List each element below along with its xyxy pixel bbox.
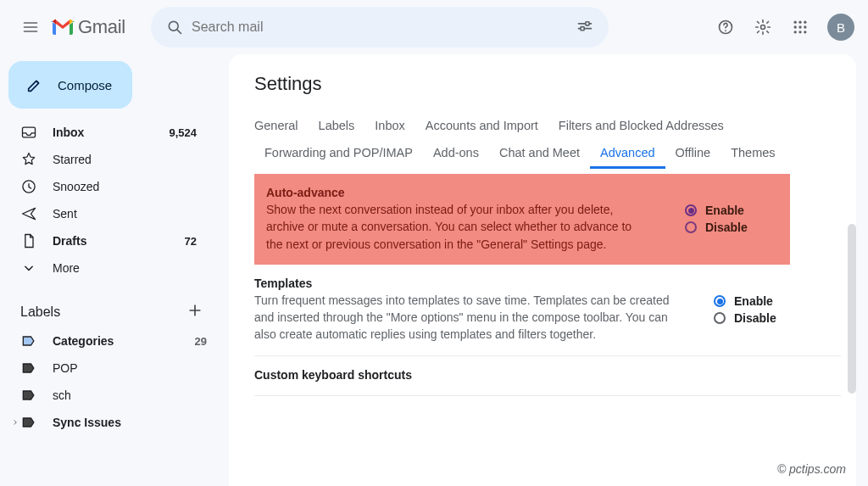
nav-label: Inbox xyxy=(53,126,169,139)
nav-count: 9,524 xyxy=(169,126,197,139)
label-icon xyxy=(20,387,37,404)
gmail-logo-text: Gmail xyxy=(78,16,125,38)
settings-tabs: GeneralLabelsInboxAccounts and ImportFil… xyxy=(254,112,841,169)
setting-text: Turn frequent messages into templates to… xyxy=(254,292,680,344)
pencil-icon xyxy=(25,75,44,94)
tab-add-ons[interactable]: Add-ons xyxy=(423,139,489,169)
disable-option[interactable]: Disable xyxy=(714,311,807,325)
nav-label: More xyxy=(53,261,197,275)
support-button[interactable] xyxy=(709,10,743,44)
radio-icon xyxy=(685,221,697,233)
labels-header: Labels xyxy=(0,297,217,327)
settings-panel: Settings GeneralLabelsInboxAccounts and … xyxy=(229,54,856,486)
more-icon xyxy=(20,260,37,277)
nav-item-drafts[interactable]: Drafts72 xyxy=(0,227,207,254)
nav-item-snoozed[interactable]: Snoozed xyxy=(0,173,207,200)
plus-icon xyxy=(186,302,203,319)
svg-point-6 xyxy=(794,21,797,24)
svg-rect-1 xyxy=(586,22,589,25)
tune-icon xyxy=(576,19,593,36)
radio-icon xyxy=(685,204,697,216)
label-count: 29 xyxy=(195,335,207,348)
svg-point-7 xyxy=(798,21,801,24)
search-button[interactable] xyxy=(158,10,192,44)
nav-list: Inbox9,524StarredSnoozedSentDrafts72More xyxy=(0,119,217,282)
tab-inbox[interactable]: Inbox xyxy=(364,112,415,139)
enable-label: Enable xyxy=(705,204,744,217)
label-item-sch[interactable]: sch xyxy=(0,382,217,409)
label-icon xyxy=(20,332,37,349)
gmail-logo-icon xyxy=(51,18,75,36)
disable-option[interactable]: Disable xyxy=(685,221,778,234)
expand-arrow[interactable] xyxy=(10,418,20,427)
svg-point-10 xyxy=(798,25,801,28)
nav-label: Snoozed xyxy=(53,180,197,193)
sent-icon xyxy=(20,205,37,222)
enable-label: Enable xyxy=(734,294,773,308)
label-item-sync-issues[interactable]: Sync Issues xyxy=(0,409,217,436)
tab-accounts-and-import[interactable]: Accounts and Import xyxy=(415,112,548,139)
tab-advanced[interactable]: Advanced xyxy=(590,139,665,169)
search-bar[interactable] xyxy=(151,7,609,47)
nav-item-starred[interactable]: Starred xyxy=(0,146,207,173)
compose-button[interactable]: Compose xyxy=(8,61,132,109)
radio-icon xyxy=(714,295,726,307)
compose-label: Compose xyxy=(58,78,112,92)
caret-right-icon xyxy=(11,418,19,427)
svg-point-8 xyxy=(804,21,806,24)
svg-point-14 xyxy=(804,31,806,33)
settings-button[interactable] xyxy=(746,10,780,44)
account-avatar[interactable]: B xyxy=(827,14,854,41)
tab-general[interactable]: General xyxy=(254,112,309,139)
tab-labels[interactable]: Labels xyxy=(309,112,365,139)
header: Gmail B xyxy=(0,0,868,54)
search-icon xyxy=(166,19,183,36)
gear-icon xyxy=(754,19,771,36)
svg-point-0 xyxy=(169,21,178,31)
disable-label: Disable xyxy=(705,221,748,234)
sidebar: Compose Inbox9,524StarredSnoozedSentDraf… xyxy=(0,54,217,486)
search-options-button[interactable] xyxy=(568,10,602,44)
inbox-icon xyxy=(20,124,37,141)
setting-description: TemplatesTurn frequent messages into tem… xyxy=(254,277,714,344)
tab-themes[interactable]: Themes xyxy=(721,139,785,169)
apps-button[interactable] xyxy=(783,10,817,44)
enable-option[interactable]: Enable xyxy=(685,204,778,217)
watermark: © pctips.com xyxy=(777,462,846,476)
setting-auto-advance: Auto-advanceShow the next conversation i… xyxy=(254,174,790,265)
label-item-pop[interactable]: POP xyxy=(0,355,217,382)
tab-filters-and-blocked-addresses[interactable]: Filters and Blocked Addresses xyxy=(548,112,734,139)
tab-offline[interactable]: Offline xyxy=(665,139,721,169)
labels-title: Labels xyxy=(20,304,60,320)
label-text: sch xyxy=(53,388,207,402)
tab-chat-and-meet[interactable]: Chat and Meet xyxy=(489,139,590,169)
nav-count: 72 xyxy=(185,235,197,248)
setting-title: Custom keyboard shortcuts xyxy=(254,368,773,382)
svg-point-9 xyxy=(794,25,797,28)
search-input[interactable] xyxy=(192,20,568,35)
label-text: Categories xyxy=(53,334,195,348)
label-item-categories[interactable]: Categories29 xyxy=(0,327,217,355)
setting-description: Auto-advanceShow the next conversation i… xyxy=(266,186,685,253)
enable-option[interactable]: Enable xyxy=(714,294,807,308)
nav-label: Drafts xyxy=(53,234,185,248)
scrollbar-thumb[interactable] xyxy=(848,224,856,394)
snoozed-icon xyxy=(20,178,37,195)
gmail-logo[interactable]: Gmail xyxy=(51,16,125,38)
svg-point-5 xyxy=(761,25,765,30)
nav-item-more[interactable]: More xyxy=(0,254,207,282)
settings-rows: Auto-advanceShow the next conversation i… xyxy=(254,174,841,396)
settings-title: Settings xyxy=(254,73,841,95)
setting-description: Custom keyboard shortcuts xyxy=(254,368,807,383)
main-menu-button[interactable] xyxy=(14,10,47,44)
disable-label: Disable xyxy=(734,311,776,325)
drafts-icon xyxy=(20,232,37,249)
nav-item-sent[interactable]: Sent xyxy=(0,200,207,227)
svg-point-4 xyxy=(725,30,726,31)
nav-item-inbox[interactable]: Inbox9,524 xyxy=(0,119,207,146)
setting-title: Auto-advance xyxy=(266,186,651,199)
svg-point-11 xyxy=(804,25,806,28)
setting-title: Templates xyxy=(254,277,680,290)
add-label-button[interactable] xyxy=(186,302,203,322)
tab-forwarding-and-pop-imap[interactable]: Forwarding and POP/IMAP xyxy=(254,139,423,169)
